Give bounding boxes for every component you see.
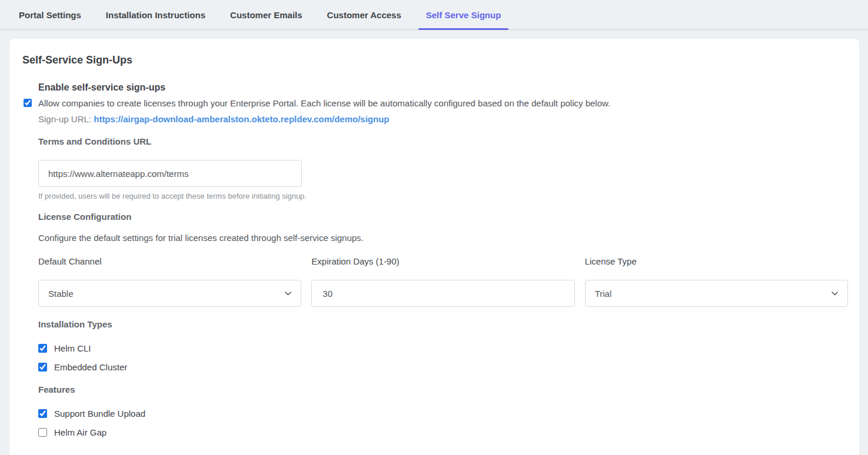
license-type-value: Trial xyxy=(595,289,612,299)
support-bundle-upload-checkbox[interactable] xyxy=(38,409,47,418)
enable-signups-description: Allow companies to create licenses throu… xyxy=(38,98,610,108)
chevron-down-icon xyxy=(832,292,838,296)
page-title: Self-Service Sign-Ups xyxy=(22,54,848,66)
enable-signups-checkbox[interactable] xyxy=(24,99,32,107)
license-config-fields: Default Channel Stable Expiration Days (… xyxy=(38,256,848,307)
default-channel-field: Default Channel Stable xyxy=(38,256,301,307)
terms-url-input[interactable] xyxy=(38,160,302,187)
tab-portal-settings[interactable]: Portal Settings xyxy=(11,0,89,29)
expiration-days-label: Expiration Days (1-90) xyxy=(311,256,574,266)
tab-customer-access[interactable]: Customer Access xyxy=(320,0,409,29)
helm-cli-label[interactable]: Helm CLI xyxy=(54,343,91,353)
signup-url-link[interactable]: https://airgap-download-amberalston.okte… xyxy=(94,114,389,124)
license-configuration-description: Configure the default settings for trial… xyxy=(38,233,848,243)
tab-bar: Portal Settings Installation Instruction… xyxy=(0,0,868,30)
enable-signups-row: Allow companies to create licenses throu… xyxy=(38,98,848,109)
features-label: Features xyxy=(38,384,848,394)
chevron-down-icon xyxy=(285,292,291,296)
signup-url-row: Sign-up URL: https://airgap-download-amb… xyxy=(38,113,848,125)
default-channel-select[interactable]: Stable xyxy=(38,280,301,307)
helm-cli-row: Helm CLI xyxy=(38,343,848,353)
tab-installation-instructions[interactable]: Installation Instructions xyxy=(98,0,213,29)
terms-helper-text: If provided, users will be required to a… xyxy=(38,192,848,200)
license-type-field: License Type Trial xyxy=(585,256,848,307)
enable-signups-heading: Enable self-service sign-ups xyxy=(38,82,848,93)
terms-url-label: Terms and Conditions URL xyxy=(38,136,848,146)
helm-air-gap-label[interactable]: Helm Air Gap xyxy=(54,427,107,437)
default-channel-label: Default Channel xyxy=(38,256,301,266)
expiration-days-input-wrap xyxy=(311,280,574,307)
helm-air-gap-row: Helm Air Gap xyxy=(38,427,848,437)
embedded-cluster-label[interactable]: Embedded Cluster xyxy=(54,362,127,372)
helm-cli-checkbox[interactable] xyxy=(38,344,47,353)
helm-air-gap-checkbox[interactable] xyxy=(38,428,47,437)
panel-content: Enable self-service sign-ups Allow compa… xyxy=(38,82,848,437)
expiration-days-field: Expiration Days (1-90) xyxy=(311,256,574,307)
support-bundle-upload-label[interactable]: Support Bundle Upload xyxy=(54,409,145,419)
self-serve-signup-panel: Self-Service Sign-Ups Enable self-servic… xyxy=(9,39,859,455)
license-configuration-label: License Configuration xyxy=(38,212,848,222)
license-type-select[interactable]: Trial xyxy=(585,280,848,307)
embedded-cluster-checkbox[interactable] xyxy=(38,363,47,372)
license-type-label: License Type xyxy=(585,256,848,266)
support-bundle-upload-row: Support Bundle Upload xyxy=(38,409,848,419)
installation-types-label: Installation Types xyxy=(38,319,848,329)
tab-self-serve-signup[interactable]: Self Serve Signup xyxy=(418,0,509,29)
default-channel-value: Stable xyxy=(48,289,74,299)
expiration-days-input[interactable] xyxy=(321,280,564,306)
tab-customer-emails[interactable]: Customer Emails xyxy=(222,0,310,29)
embedded-cluster-row: Embedded Cluster xyxy=(38,362,848,372)
signup-url-label: Sign-up URL: xyxy=(38,114,91,124)
